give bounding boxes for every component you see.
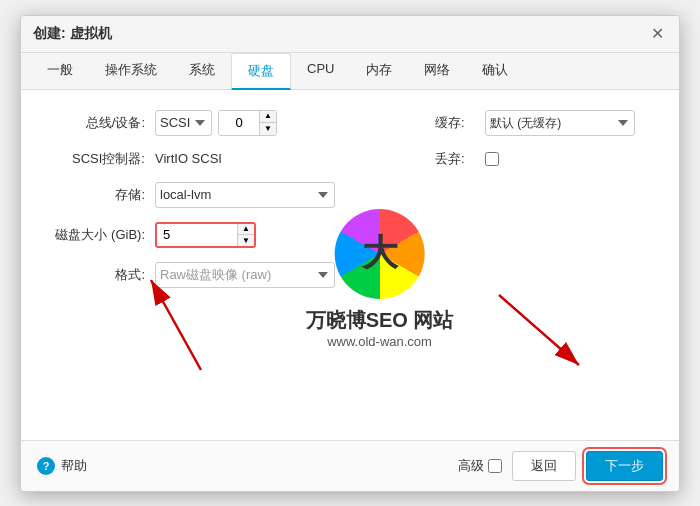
tab-disk[interactable]: 硬盘 — [231, 53, 291, 90]
scsi-control: VirtIO SCSI — [155, 151, 222, 166]
next-button[interactable]: 下一步 — [586, 451, 663, 481]
bus-control: SCSI ▲ ▼ — [155, 110, 277, 136]
tab-confirm[interactable]: 确认 — [466, 53, 524, 90]
tab-memory[interactable]: 内存 — [350, 53, 408, 90]
tab-general[interactable]: 一般 — [31, 53, 89, 90]
scsi-value: VirtIO SCSI — [155, 151, 222, 166]
disk-size-down-button[interactable]: ▼ — [238, 235, 254, 247]
disk-size-up-button[interactable]: ▲ — [238, 223, 254, 235]
storage-control: local-lvm — [155, 182, 335, 208]
device-spinner-buttons: ▲ ▼ — [259, 111, 276, 135]
discard-checkbox[interactable] — [485, 152, 499, 166]
bus-select[interactable]: SCSI — [155, 110, 212, 136]
advanced-label: 高级 — [458, 457, 484, 475]
back-button[interactable]: 返回 — [512, 451, 576, 481]
device-down-button[interactable]: ▼ — [260, 123, 276, 135]
format-row: 格式: Raw磁盘映像 (raw) — [45, 262, 655, 288]
cache-label: 缓存: — [435, 114, 485, 132]
advanced-checkbox[interactable] — [488, 459, 502, 473]
disk-size-label: 磁盘大小 (GiB): — [45, 226, 155, 244]
svg-line-3 — [499, 295, 579, 365]
storage-label: 存储: — [45, 186, 155, 204]
format-label: 格式: — [45, 266, 155, 284]
format-select[interactable]: Raw磁盘映像 (raw) — [155, 262, 335, 288]
advanced-wrap: 高级 — [458, 457, 502, 475]
cache-select[interactable]: 默认 (无缓存) — [485, 110, 635, 136]
tab-system[interactable]: 系统 — [173, 53, 231, 90]
help-button[interactable]: 帮助 — [61, 457, 87, 475]
disk-size-spinner: 5 ▲ ▼ — [155, 222, 256, 248]
tab-bar: 一般 操作系统 系统 硬盘 CPU 内存 网络 确认 — [21, 53, 679, 90]
disk-size-control: 5 ▲ ▼ — [155, 222, 256, 248]
tab-cpu[interactable]: CPU — [291, 53, 350, 90]
footer-right: 高级 返回 下一步 — [458, 451, 663, 481]
footer-left: ? 帮助 — [37, 457, 87, 475]
discard-label: 丢弃: — [435, 150, 485, 168]
dialog-title: 创建: 虚拟机 — [33, 25, 112, 43]
cache-row: 缓存: 默认 (无缓存) — [435, 110, 655, 136]
content-area: 总线/设备: SCSI ▲ ▼ SCSI控制器: VirtIO SCSI — [21, 90, 679, 440]
device-up-button[interactable]: ▲ — [260, 111, 276, 123]
watermark-site-url: www.old-wan.com — [327, 334, 432, 349]
format-control: Raw磁盘映像 (raw) — [155, 262, 335, 288]
disk-size-row: 磁盘大小 (GiB): 5 ▲ ▼ — [45, 222, 655, 248]
arrow-next-button — [479, 285, 599, 385]
discard-row: 丢弃: — [435, 150, 655, 168]
disk-size-buttons: ▲ ▼ — [237, 223, 254, 247]
svg-line-1 — [151, 280, 201, 370]
tab-os[interactable]: 操作系统 — [89, 53, 173, 90]
close-button[interactable]: ✕ — [647, 24, 667, 44]
right-section: 缓存: 默认 (无缓存) 丢弃: — [435, 110, 655, 182]
device-input[interactable] — [219, 111, 259, 135]
tab-network[interactable]: 网络 — [408, 53, 466, 90]
discard-checkbox-wrap — [485, 152, 499, 166]
device-spinner: ▲ ▼ — [218, 110, 277, 136]
titlebar: 创建: 虚拟机 ✕ — [21, 16, 679, 53]
storage-row: 存储: local-lvm — [45, 182, 655, 208]
help-icon: ? — [37, 457, 55, 475]
scsi-label: SCSI控制器: — [45, 150, 155, 168]
watermark-site-name: 万晓博SEO 网站 — [306, 309, 454, 331]
dialog: 创建: 虚拟机 ✕ 一般 操作系统 系统 硬盘 CPU 内存 网络 确认 总线/… — [20, 15, 680, 492]
disk-size-input[interactable]: 5 — [157, 223, 237, 247]
bus-label: 总线/设备: — [45, 114, 155, 132]
footer: ? 帮助 高级 返回 下一步 — [21, 440, 679, 491]
storage-select[interactable]: local-lvm — [155, 182, 335, 208]
